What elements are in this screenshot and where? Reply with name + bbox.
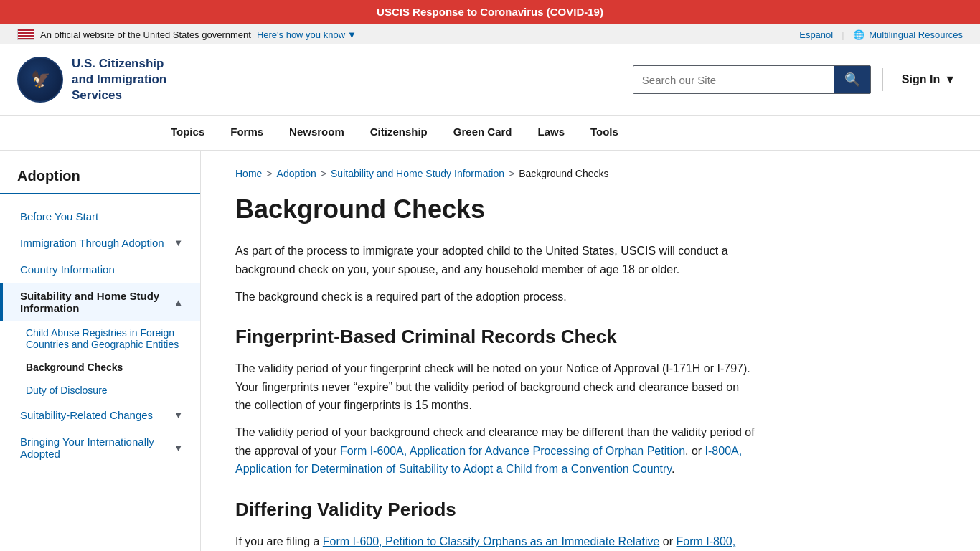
search-area: 🔍	[633, 65, 871, 94]
fingerprint-section-title: Fingerprint-Based Criminal Records Check	[235, 326, 755, 348]
validity-para-1: If you are filing a Form I-600, Petition…	[235, 532, 755, 551]
chevron-right-icon: ▼	[174, 237, 183, 248]
sidebar-sub-items-suitability: Child Abuse Registries in Foreign Countr…	[0, 321, 200, 402]
sidebar-item-before-you-start[interactable]: Before You Start	[0, 203, 200, 230]
form-i600a-link[interactable]: Form I-600A, Application for Advance Pro…	[340, 445, 685, 457]
nav-forms[interactable]: Forms	[217, 116, 276, 150]
sidebar-item-suitability[interactable]: Suitability and Home Study Information ▲	[0, 283, 200, 321]
nav-green-card[interactable]: Green Card	[440, 116, 525, 150]
alert-bar: USCIS Response to Coronavirus (COVID-19)	[0, 0, 980, 24]
breadcrumb-suitability[interactable]: Suitability and Home Study Information	[331, 168, 504, 179]
espanol-link[interactable]: Español	[799, 29, 833, 40]
intro-section: As part of the process to immigrate your…	[235, 242, 755, 306]
multilingual-link[interactable]: 🌐 Multilingual Resources	[853, 29, 963, 40]
logo-area: 🦅 U.S. Citizenshipand ImmigrationService…	[17, 56, 166, 103]
sidebar-sub-background-checks[interactable]: Background Checks	[0, 356, 200, 379]
validity-section-title: Differing Validity Periods	[235, 499, 755, 521]
sidebar-title: Adoption	[0, 168, 200, 194]
breadcrumb-separator-1: >	[266, 168, 272, 179]
official-text: An official website of the United States…	[40, 29, 251, 40]
search-button[interactable]: 🔍	[834, 66, 870, 93]
sidebar-sub-child-abuse[interactable]: Child Abuse Registries in Foreign Countr…	[0, 321, 200, 356]
header-right: 🔍 Sign In ▼	[633, 65, 963, 94]
page-layout: Adoption Before You Start Immigration Th…	[0, 151, 980, 551]
sidebar-item-country-info[interactable]: Country Information	[0, 256, 200, 283]
chevron-up-icon: ▲	[174, 297, 183, 308]
breadcrumb-current: Background Checks	[519, 168, 608, 179]
sidebar-item-immigration-adoption[interactable]: Immigration Through Adoption ▼	[0, 230, 200, 256]
alert-link[interactable]: USCIS Response to Coronavirus (COVID-19)	[377, 6, 603, 18]
breadcrumb-separator-2: >	[321, 168, 326, 179]
header-divider	[882, 68, 883, 91]
site-title: U.S. Citizenshipand ImmigrationServices	[72, 56, 166, 103]
chevron-down-icon: ▼	[944, 73, 956, 86]
fingerprint-section: Fingerprint-Based Criminal Records Check…	[235, 326, 755, 479]
fingerprint-para-2: The validity period of your background c…	[235, 423, 755, 479]
nav-citizenship[interactable]: Citizenship	[357, 116, 440, 150]
search-input[interactable]	[633, 68, 834, 92]
main-nav: Topics Forms Newsroom Citizenship Green …	[0, 116, 980, 151]
validity-section: Differing Validity Periods If you are fi…	[235, 499, 755, 551]
eagle-icon: 🦅	[31, 70, 50, 89]
sign-in-button[interactable]: Sign In ▼	[895, 69, 963, 90]
uscis-seal: 🦅	[17, 57, 63, 103]
chevron-down-icon: ▼	[347, 29, 357, 40]
chevron-down-icon: ▼	[174, 443, 183, 453]
nav-topics[interactable]: Topics	[158, 116, 217, 150]
intro-para-1: As part of the process to immigrate your…	[235, 242, 755, 278]
form-i600-link[interactable]: Form I-600, Petition to Classify Orphans…	[323, 535, 660, 547]
how-you-know-link[interactable]: Here's how you know ▼	[257, 29, 357, 40]
nav-newsroom[interactable]: Newsroom	[276, 116, 357, 150]
gov-bar-right: Español | 🌐 Multilingual Resources	[799, 29, 963, 40]
nav-tools[interactable]: Tools	[578, 116, 631, 150]
gov-bar: An official website of the United States…	[0, 24, 980, 44]
gov-bar-left: An official website of the United States…	[17, 29, 357, 40]
us-flag-icon	[17, 29, 34, 40]
sidebar-item-suitability-changes[interactable]: Suitability-Related Changes ▼	[0, 402, 200, 428]
breadcrumb-home[interactable]: Home	[235, 168, 262, 179]
nav-laws[interactable]: Laws	[524, 116, 578, 150]
page-title: Background Checks	[235, 194, 755, 225]
globe-icon: 🌐	[853, 29, 864, 40]
sidebar-item-bringing-adopted[interactable]: Bringing Your Internationally Adopted ▼	[0, 428, 200, 467]
sidebar-sub-duty-disclosure[interactable]: Duty of Disclosure	[0, 379, 200, 402]
breadcrumb-separator-3: >	[509, 168, 514, 179]
breadcrumb-adoption[interactable]: Adoption	[277, 168, 316, 179]
breadcrumb: Home > Adoption > Suitability and Home S…	[235, 168, 755, 179]
pipe-divider: |	[842, 29, 844, 40]
site-header: 🦅 U.S. Citizenshipand ImmigrationService…	[0, 44, 980, 116]
sidebar: Adoption Before You Start Immigration Th…	[0, 151, 201, 551]
fingerprint-para-1: The validity period of your fingerprint …	[235, 359, 755, 415]
intro-para-2: The background check is a required part …	[235, 288, 755, 306]
main-content: Home > Adoption > Suitability and Home S…	[201, 151, 789, 551]
chevron-down-icon: ▼	[174, 410, 183, 420]
